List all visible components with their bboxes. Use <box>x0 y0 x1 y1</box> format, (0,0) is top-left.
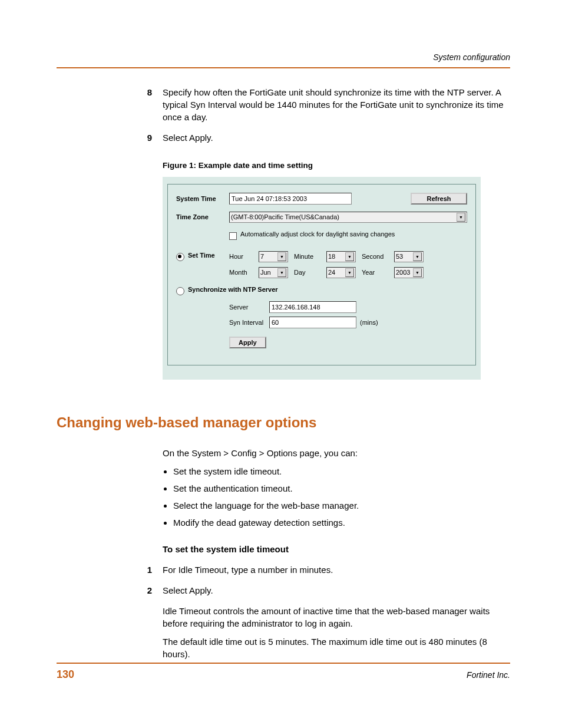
timezone-select[interactable]: (GMT-8:00)Pacific Time(US&Canada) ▼ <box>229 212 467 223</box>
timezone-value: (GMT-8:00)Pacific Time(US&Canada) <box>231 213 339 222</box>
step-8-text: Specify how often the FortiGate unit sho… <box>163 86 510 123</box>
list-item: Set the authentication timeout. <box>173 482 510 495</box>
day-label: Day <box>294 268 326 277</box>
server-field[interactable] <box>269 301 356 313</box>
header-rule <box>57 67 510 68</box>
step-2-number: 2 <box>140 584 152 597</box>
intro-paragraph: On the System > Config > Options page, y… <box>57 447 510 459</box>
system-time-field[interactable] <box>229 193 352 205</box>
list-item: Select the language for the web-base man… <box>173 499 510 512</box>
paragraph: The default idle time out is 5 minutes. … <box>57 635 510 660</box>
server-label: Server <box>229 303 269 312</box>
syn-interval-label: Syn Interval <box>229 318 269 327</box>
second-value: 53 <box>396 252 403 261</box>
step-1-text: For Idle Timeout, type a number in minut… <box>163 564 510 576</box>
timezone-label: Time Zone <box>176 213 229 222</box>
year-select[interactable]: 2003▼ <box>394 267 424 278</box>
set-time-radio[interactable] <box>176 253 184 261</box>
syn-interval-unit: (mins) <box>360 318 378 327</box>
hour-label: Hour <box>229 252 259 261</box>
dst-label: Automatically adjust clock for daylight … <box>240 230 395 239</box>
ntp-radio[interactable] <box>176 287 184 295</box>
step-9-number: 9 <box>140 131 152 144</box>
chevron-down-icon: ▼ <box>345 252 354 261</box>
time-settings-panel: System Time Refresh Time Zone (GMT-8:00)… <box>167 184 476 365</box>
minute-label: Minute <box>294 252 326 261</box>
step-2-text: Select Apply. <box>163 584 510 597</box>
running-header: System configuration <box>57 52 510 64</box>
chevron-down-icon: ▼ <box>277 252 286 261</box>
year-value: 2003 <box>396 268 410 277</box>
apply-button[interactable]: Apply <box>229 337 266 348</box>
year-label: Year <box>362 268 394 277</box>
second-select[interactable]: 53▼ <box>394 251 424 262</box>
minute-select[interactable]: 18▼ <box>326 251 356 262</box>
step-1-number: 1 <box>140 564 152 576</box>
month-value: Jun <box>260 268 271 277</box>
day-select[interactable]: 24▼ <box>326 267 356 278</box>
dst-checkbox[interactable] <box>229 232 237 240</box>
footer-rule <box>57 663 510 664</box>
options-bullet-list: Set the system idle timeout. Set the aut… <box>57 465 510 529</box>
chevron-down-icon: ▼ <box>457 213 465 222</box>
chevron-down-icon: ▼ <box>345 268 354 277</box>
day-value: 24 <box>328 268 335 277</box>
list-item: Set the system idle timeout. <box>173 465 510 477</box>
company-name: Fortinet Inc. <box>467 670 510 681</box>
month-label: Month <box>229 268 259 277</box>
refresh-button[interactable]: Refresh <box>411 193 467 205</box>
step-9-text: Select Apply. <box>163 131 510 144</box>
list-item: Modify the dead gateway detection settin… <box>173 516 510 529</box>
procedure-heading: To set the system idle timeout <box>57 543 510 555</box>
chevron-down-icon: ▼ <box>277 268 286 277</box>
time-settings-screenshot: System Time Refresh Time Zone (GMT-8:00)… <box>163 177 481 380</box>
minute-value: 18 <box>328 252 335 261</box>
page-number: 130 <box>57 667 74 682</box>
chevron-down-icon: ▼ <box>413 268 422 277</box>
system-time-label: System Time <box>176 195 229 203</box>
chevron-down-icon: ▼ <box>413 252 422 261</box>
month-select[interactable]: Jun▼ <box>259 267 288 278</box>
step-8-number: 8 <box>140 86 152 123</box>
figure-caption: Figure 1: Example date and time setting <box>57 160 510 172</box>
syn-interval-field[interactable] <box>269 317 356 328</box>
hour-select[interactable]: 7▼ <box>259 251 288 262</box>
paragraph: Idle Timeout controls the amount of inac… <box>57 605 510 630</box>
hour-value: 7 <box>260 252 264 261</box>
second-label: Second <box>362 252 394 261</box>
ntp-label: Synchronize with NTP Server <box>188 285 278 294</box>
section-heading: Changing web-based manager options <box>57 413 510 433</box>
set-time-label: Set Time <box>188 251 215 260</box>
